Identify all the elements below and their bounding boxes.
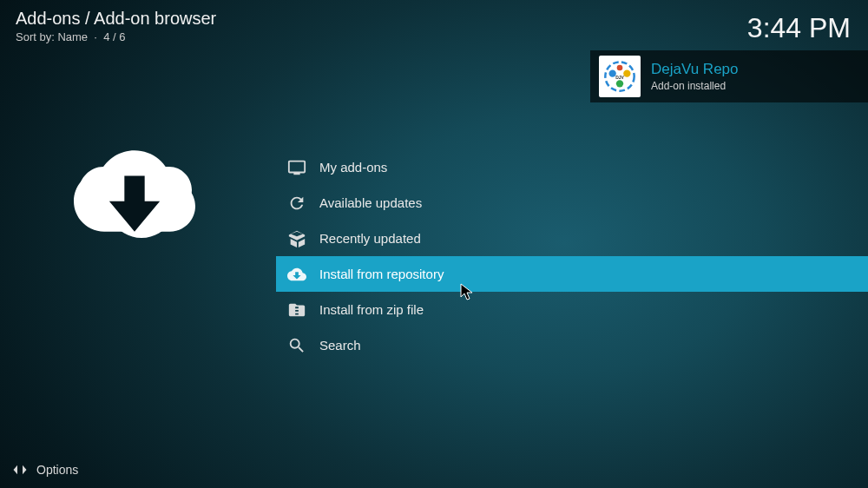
clock: 3:44 PM	[747, 12, 851, 44]
header: Add-ons / Add-on browser Sort by: Name ·…	[16, 9, 852, 43]
menu-item-search[interactable]: Search	[276, 327, 868, 363]
menu-item-label: Install from zip file	[319, 302, 424, 317]
footer-options[interactable]: Options	[12, 462, 78, 478]
menu-item-label: Recently updated	[319, 231, 421, 246]
sort-label: Sort by:	[16, 30, 55, 43]
notification-addon-icon: DJV	[599, 56, 641, 97]
svg-text:DJV: DJV	[615, 75, 624, 80]
notification-subtitle: Add-on installed	[651, 80, 739, 92]
menu-item-label: My add-ons	[319, 160, 387, 175]
cloud-download-icon	[286, 264, 307, 285]
svg-point-4	[617, 65, 623, 71]
notification-text: DejaVu Repo Add-on installed	[651, 61, 739, 92]
menu-item-available-updates[interactable]: Available updates	[276, 185, 868, 221]
breadcrumb: Add-ons / Add-on browser	[16, 9, 852, 29]
search-icon	[286, 335, 307, 356]
menu-list: My add-ons Available updates Recently up…	[276, 149, 868, 363]
menu-item-my-addons[interactable]: My add-ons	[276, 149, 868, 185]
svg-point-2	[623, 70, 630, 77]
list-position: 4 / 6	[103, 30, 125, 43]
box-open-icon	[286, 228, 307, 249]
menu-item-label: Search	[319, 338, 361, 353]
menu-item-label: Available updates	[319, 195, 422, 210]
svg-point-3	[616, 80, 623, 87]
refresh-icon	[286, 193, 307, 214]
footer-options-label: Options	[36, 463, 78, 477]
options-icon	[12, 462, 28, 478]
cloud-download-large-icon	[65, 130, 204, 252]
menu-item-label: Install from repository	[319, 267, 444, 281]
menu-item-install-from-zip[interactable]: Install from zip file	[276, 292, 868, 327]
menu-item-install-from-repository[interactable]: Install from repository	[276, 256, 868, 292]
notification-title: DejaVu Repo	[651, 61, 739, 78]
sort-line: Sort by: Name · 4 / 6	[16, 30, 852, 43]
menu-item-recently-updated[interactable]: Recently updated	[276, 221, 868, 256]
tv-icon	[286, 157, 307, 178]
notification-toast: DJV DejaVu Repo Add-on installed	[590, 50, 868, 102]
zip-icon	[286, 300, 307, 320]
sort-value: Name	[57, 30, 88, 43]
